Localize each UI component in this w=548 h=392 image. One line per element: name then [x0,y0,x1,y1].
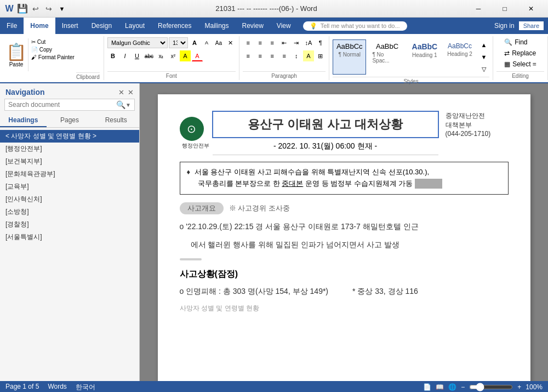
style-heading2[interactable]: AaBbCc Heading 2 [443,39,476,75]
section1-badge-text: 사고개요 [187,204,216,212]
format-painter-button[interactable]: 🖌 Format Painter [30,54,76,61]
decrease-indent-button[interactable]: ⇤ [279,37,290,48]
search-input[interactable] [8,101,116,109]
style-normal[interactable]: AaBbCc ¶ Normal [333,39,366,75]
strikethrough-button[interactable]: abc [144,50,155,61]
org-line2: 대책본부 [446,121,472,129]
borders-button[interactable]: ⊞ [315,50,326,61]
section1-badge: 사고개요 [180,202,224,214]
font-shrink-button[interactable]: A [201,37,212,48]
italic-button[interactable]: I [119,50,130,61]
tab-home[interactable]: Home [24,18,55,34]
justify-button[interactable]: ≡ [279,50,290,61]
sign-in-button[interactable]: Sign in [494,22,515,30]
plus-icon[interactable]: + [517,383,521,391]
style-h1-preview: AaBbC [412,42,438,51]
list-item[interactable]: [보건복지부] [0,155,139,168]
close-button[interactable]: ✕ [518,0,544,18]
find-button[interactable]: 🔍 Find [502,37,539,47]
align-left-button[interactable]: ≡ [243,50,254,61]
tab-view[interactable]: View [270,18,298,34]
replace-button[interactable]: ⇄ Replace [502,48,539,58]
nav-pin-icon[interactable]: ✕ [118,88,124,96]
underline-button[interactable]: U [132,50,142,61]
tab-mailings[interactable]: Mailings [198,18,235,34]
list-item[interactable]: [서울특별시] [0,231,139,243]
subscript-button[interactable]: x₂ [156,50,167,61]
section2-title-row [180,256,509,264]
numbered-list-button[interactable]: ≡ [255,37,266,48]
web-view-icon[interactable]: 🌐 [448,383,456,391]
bullets-button[interactable]: ≡ [243,37,254,48]
style-h1-label: Heading 1 [412,52,437,58]
nav-tab-results[interactable]: Results [93,114,139,127]
search-dropdown-icon[interactable]: ▼ [125,102,131,108]
list-item[interactable]: [인사혁신처] [0,193,139,206]
nav-tab-pages[interactable]: Pages [47,114,93,127]
section2-heading: 사고상황(잠정) [180,269,509,280]
zoom-slider[interactable] [469,383,513,391]
font-size-select[interactable]: 13 [169,37,188,48]
list-item[interactable]: < 사망자 성별 및 연령별 현황 > [0,130,139,143]
sort-button[interactable]: ↕A [303,37,314,48]
minus-icon[interactable]: − [461,383,465,391]
font-color-button[interactable]: A [192,50,203,61]
align-center-button[interactable]: ≡ [255,50,266,61]
style-h2-preview: AaBbCc [448,42,472,50]
paragraph-group: ≡ ≡ ≡ ⇤ ⇥ ↕A ¶ ≡ ≡ ≡ ≡ ↕ A [239,36,329,80]
bold-button[interactable]: B [107,50,118,61]
font-name-select[interactable]: Malgun Gothic [107,37,168,48]
style-heading1[interactable]: AaBbC Heading 1 [408,39,441,75]
tab-insert[interactable]: Insert [55,18,85,34]
underline-word: 중대본 [282,179,303,188]
doc-para-2: 에서 핼러윈 행사를 위해 밀집된 인파가 넘어지면서 사고 발생 [180,238,509,252]
clear-format-button[interactable]: ✕ [225,37,236,48]
tab-file[interactable]: File [0,18,24,34]
tab-design[interactable]: Design [85,18,118,34]
style-no-spacing[interactable]: AaBbC ¶ No Spac... [368,39,406,75]
copy-button[interactable]: 📄 Copy [30,46,76,53]
status-right: 📄 📖 🌐 − + 100% [423,383,543,391]
list-item[interactable]: [소방청] [0,206,139,218]
paste-button[interactable]: 📋 Paste [4,38,28,71]
redo-button[interactable]: ↪ [44,4,54,13]
shading-button[interactable]: A [303,50,314,61]
styles-scroll-down[interactable]: ▼ [478,52,489,63]
tab-review[interactable]: Review [235,18,270,34]
read-view-icon[interactable]: 📖 [436,383,444,391]
styles-more[interactable]: ▽ [478,64,489,75]
cut-button[interactable]: ✂ Cut [30,38,76,46]
align-right-button[interactable]: ≡ [267,50,278,61]
increase-indent-button[interactable]: ⇥ [291,37,302,48]
maximize-button[interactable]: □ [492,0,517,18]
nav-tab-headings[interactable]: Headings [0,114,47,127]
multilevel-list-button[interactable]: ≡ [267,37,278,48]
list-item[interactable]: [경찰청] [0,218,139,231]
nav-close-icon[interactable]: ✕ [128,88,134,96]
tab-references[interactable]: References [151,18,198,34]
search-icon[interactable]: 🔍 [116,100,125,109]
find-icon: 🔍 [504,38,512,46]
org-phone: (044-205-1710) [446,130,491,138]
customize-icon[interactable]: ▼ [57,4,67,14]
list-item[interactable]: [교육부] [0,180,139,193]
styles-label: Styles [333,77,489,84]
list-item[interactable]: [행정안전부] [0,143,139,155]
select-button[interactable]: ▦ Select = [502,59,539,69]
line-spacing-button[interactable]: ↕ [291,50,302,61]
share-button[interactable]: Share [519,21,544,30]
org-line1: 중앙재난안전 [446,112,485,120]
change-case-button[interactable]: Aa [213,37,224,48]
show-formatting-button[interactable]: ¶ [315,37,326,48]
highlight-button[interactable]: A [180,50,191,61]
minimize-button[interactable]: ─ [466,0,491,18]
undo-button[interactable]: ↩ [31,4,41,13]
styles-scroll-up[interactable]: ▲ [478,39,489,50]
font-grow-button[interactable]: A [189,37,200,48]
tab-layout[interactable]: Layout [118,18,151,34]
layout-view-icon[interactable]: 📄 [423,383,431,391]
superscript-button[interactable]: x² [168,50,179,61]
tell-me-bar[interactable]: 💡 Tell me what you want to do... [303,21,407,31]
list-item[interactable]: [문화체육관광부] [0,168,139,180]
save-button[interactable]: 💾 [18,4,27,14]
